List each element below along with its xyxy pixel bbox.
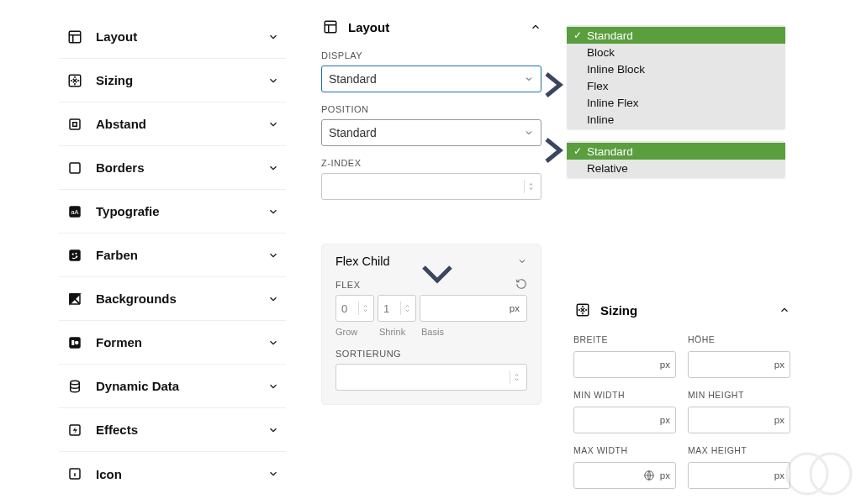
chevron-down-icon [267,31,279,43]
info-icon [66,465,84,483]
dropdown-option[interactable]: Relative [567,160,785,176]
flex-basis-input[interactable]: px [420,295,527,322]
sizing-panel: Sizing BREITE HÖHE px px MIN WIDTH MIN H… [573,301,790,489]
breite-input[interactable]: px [573,351,676,378]
svg-point-22 [787,454,827,494]
svg-rect-14 [71,340,74,345]
chevron-down-icon [267,468,279,480]
flex-label: FLEX [335,280,361,290]
svg-point-23 [811,454,851,494]
grow-label: Grow [335,327,374,337]
dropdown-option[interactable]: Standard [567,27,785,44]
chevron-down-icon [267,337,279,349]
sidebar-item-label: Effects [96,423,267,437]
zindex-input[interactable] [321,173,541,200]
sidebar-item-farben[interactable]: Farben [59,234,286,277]
chevron-down-icon [267,424,279,436]
sidebar-item-icon[interactable]: Icon [59,452,286,496]
layout-icon [66,28,84,46]
basis-label: Basis [420,327,527,337]
flex-grow-input[interactable]: 0 [335,295,374,322]
minheight-input[interactable]: px [688,407,790,433]
sidebar-item-dynamic-data[interactable]: Dynamic Data [59,365,286,408]
panel-title: Sizing [600,303,779,318]
maxheight-label: MAX HEIGHT [688,445,790,455]
svg-rect-0 [69,31,81,43]
zindex-label: Z-INDEX [321,158,541,168]
position-dropdown-menu: Standard Relative [567,141,785,178]
display-label: DISPLAY [321,50,541,60]
stepper-icon[interactable] [358,302,368,315]
chevron-down-icon [524,128,534,138]
dropdown-option[interactable]: Block [567,44,785,60]
chevron-down-icon [267,249,279,261]
sidebar-item-label: Farben [96,248,267,262]
stepper-icon[interactable] [400,302,410,315]
layout-panel: Layout DISPLAY Standard POSITION Standar… [321,15,541,200]
svg-text:aA: aA [71,208,78,216]
sizing-panel-header[interactable]: Sizing [573,301,790,319]
effects-icon [66,421,84,439]
chevron-down-icon [267,162,279,174]
dropdown-option[interactable]: Standard [567,143,785,160]
minwidth-label: MIN WIDTH [573,390,676,400]
flex-shrink-input[interactable]: 1 [378,295,416,322]
typography-icon: aA [66,202,84,221]
flex-grow-value: 0 [341,302,347,315]
panel-title: Layout [348,20,530,34]
sidebar-item-layout[interactable]: Layout [59,15,286,59]
arrow-hint-icon [545,72,568,101]
stepper-icon[interactable] [510,370,520,384]
svg-rect-3 [73,122,77,126]
svg-point-16 [71,381,80,385]
stepper-icon[interactable] [524,180,534,193]
hoehe-label: HÖHE [688,334,790,344]
palette-icon [66,246,84,265]
sidebar-item-formen[interactable]: Formen [59,321,286,365]
sidebar-item-borders[interactable]: Borders [59,146,286,190]
position-select[interactable]: Standard [321,119,541,146]
globe-icon[interactable] [643,470,655,481]
borders-icon [66,159,84,177]
sidebar-item-effects[interactable]: Effects [59,408,286,452]
dropdown-option[interactable]: Inline Block [567,60,785,77]
svg-point-9 [75,252,77,254]
display-select[interactable]: Standard [321,66,541,92]
sidebar-item-label: Icon [96,467,267,481]
dropdown-option[interactable]: Inline [567,111,785,128]
svg-rect-2 [70,119,80,129]
sidebar-item-abstand[interactable]: Abstand [59,102,286,146]
sort-input[interactable] [335,364,527,391]
sort-label: SORTIERUNG [335,349,527,359]
svg-rect-7 [69,249,81,261]
sidebar-item-label: Abstand [96,117,267,131]
sidebar-item-typografie[interactable]: aA Typografie [59,190,286,234]
minheight-label: MIN HEIGHT [688,390,790,400]
chevron-down-icon [524,74,534,84]
background-icon [66,290,84,308]
hoehe-input[interactable]: px [688,351,790,378]
sidebar-item-label: Dynamic Data [96,379,267,393]
shapes-icon [66,333,84,352]
reset-icon[interactable] [515,278,527,290]
minwidth-input[interactable]: px [573,407,676,433]
sidebar-item-label: Borders [96,160,267,175]
arrow-hint-icon [545,138,568,166]
chevron-down-icon [267,118,279,130]
maxheight-input[interactable]: px [688,462,790,489]
layout-panel-header[interactable]: Layout [321,15,541,39]
maxwidth-input[interactable]: px [573,462,676,489]
sidebar-item-label: Formen [96,335,267,349]
svg-rect-19 [325,21,336,33]
database-icon [66,377,84,396]
sidebar-item-label: Backgrounds [96,291,267,306]
sidebar-item-sizing[interactable]: Sizing [59,59,286,102]
display-dropdown-menu: Standard Block Inline Block Flex Inline … [567,25,785,129]
sidebar-item-backgrounds[interactable]: Backgrounds [59,277,286,321]
sidebar-item-label: Sizing [96,73,267,87]
dropdown-option[interactable]: Flex [567,77,785,94]
dropdown-option[interactable]: Inline Flex [567,94,785,111]
shrink-label: Shrink [378,327,416,337]
chevron-up-icon [779,304,790,316]
chevron-down-icon [267,381,279,392]
